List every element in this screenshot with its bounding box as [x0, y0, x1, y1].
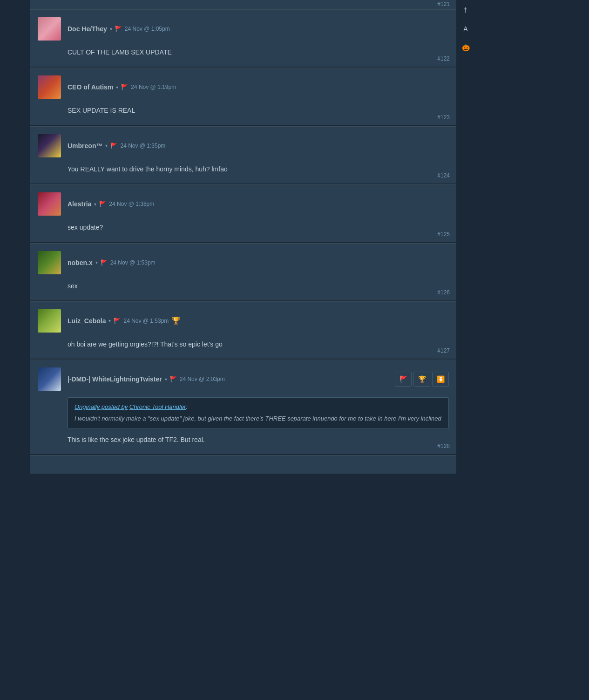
sidebar-btn-3[interactable]: 🎃	[457, 39, 474, 56]
post-127: Luiz_Cebola ▾ 🚩 24 Nov @ 1:53pm 🏆 oh boi…	[30, 301, 456, 359]
timestamp-ceo: 24 Nov @ 1:19pm	[131, 84, 176, 90]
flag-button[interactable]: 🚩	[395, 372, 412, 387]
post-header-128: |-DMD-| WhiteLightningTwister ▾ 🚩 24 Nov…	[38, 367, 449, 391]
report-icon-doc[interactable]: 🚩	[115, 26, 122, 32]
username-noben[interactable]: noben.x	[68, 259, 93, 266]
post-number-127: #127	[437, 347, 450, 354]
post-content-125: sex update?	[38, 222, 449, 232]
quote-author: Originally posted by Chronic Tool Handle…	[74, 402, 442, 412]
post-128: |-DMD-| WhiteLightningTwister ▾ 🚩 24 Nov…	[30, 360, 456, 454]
emoji-badge-luiz: 🏆	[171, 316, 181, 325]
post-number-124: #124	[437, 172, 450, 179]
dropdown-icon-noben[interactable]: ▾	[95, 260, 98, 265]
username-dmd[interactable]: |-DMD-| WhiteLightningTwister	[68, 375, 162, 383]
post-header-126: noben.x ▾ 🚩 24 Nov @ 1:53pm	[38, 251, 449, 274]
avatar-dmd[interactable]	[38, 367, 61, 391]
timestamp-dmd: 24 Nov @ 2:03pm	[180, 376, 225, 382]
post-main-text: This is like the sex joke update of TF2.…	[68, 435, 449, 445]
report-icon-ceo[interactable]: 🚩	[121, 84, 128, 90]
post-header-122: Doc He/They ▾ 🚩 24 Nov @ 1:05pm	[38, 17, 449, 41]
report-icon-dmd[interactable]: 🚩	[170, 376, 177, 382]
username-alestria[interactable]: Alestria	[68, 200, 91, 208]
quote-button[interactable]: ⏬	[432, 372, 449, 387]
post-content-123: SEX UPDATE IS REAL	[38, 105, 449, 116]
dropdown-icon-dmd[interactable]: ▾	[165, 377, 167, 382]
partial-post	[30, 455, 456, 474]
username-doc[interactable]: Doc He/They	[68, 25, 107, 33]
timestamp-doc: 24 Nov @ 1:05pm	[125, 26, 170, 32]
report-icon-umbreon[interactable]: 🚩	[110, 143, 117, 149]
timestamp-alestria: 24 Nov @ 1:38pm	[109, 201, 154, 207]
dropdown-icon-ceo[interactable]: ▾	[116, 85, 118, 90]
avatar-alestria[interactable]	[38, 192, 61, 216]
post-content-122: CULT OF THE LAMB SEX UPDATE	[38, 47, 449, 57]
username-row-126: noben.x ▾ 🚩 24 Nov @ 1:53pm	[68, 259, 156, 266]
username-umbreon[interactable]: Umbreon™	[68, 142, 102, 150]
post-content-128: Originally posted by Chronic Tool Handle…	[38, 397, 449, 445]
post-header-124: Umbreon™ ▾ 🚩 24 Nov @ 1:35pm	[38, 134, 449, 157]
username-row-122: Doc He/They ▾ 🚩 24 Nov @ 1:05pm	[68, 25, 170, 33]
post-header-125: Alestria ▾ 🚩 24 Nov @ 1:38pm	[38, 192, 449, 216]
username-row-127: Luiz_Cebola ▾ 🚩 24 Nov @ 1:53pm 🏆	[68, 316, 181, 325]
username-ceo[interactable]: CEO of Autism	[68, 83, 113, 91]
post-content-126: sex	[38, 281, 449, 291]
timestamp-luiz: 24 Nov @ 1:53pm	[123, 318, 169, 324]
post-124: Umbreon™ ▾ 🚩 24 Nov @ 1:35pm You REALLY …	[30, 126, 456, 183]
report-icon-alestria[interactable]: 🚩	[99, 201, 106, 207]
avatar-ceo[interactable]	[38, 75, 61, 99]
timestamp-umbreon: 24 Nov @ 1:35pm	[120, 143, 165, 149]
dropdown-icon-alestria[interactable]: ▾	[94, 202, 96, 207]
post-122: Doc He/They ▾ 🚩 24 Nov @ 1:05pm CULT OF …	[30, 9, 456, 67]
avatar-noben[interactable]	[38, 251, 61, 274]
avatar-umbreon[interactable]	[38, 134, 61, 157]
quote-author-link[interactable]: Chronic Tool Handler	[129, 403, 186, 410]
right-sidebar: † A 🎃	[456, 0, 475, 700]
post-number-123: #123	[437, 114, 450, 121]
username-luiz[interactable]: Luiz_Cebola	[68, 317, 106, 325]
quote-text: I wouldn't normally make a "sex update" …	[74, 414, 442, 424]
post-header-123: CEO of Autism ▾ 🚩 24 Nov @ 1:19pm	[38, 75, 449, 99]
report-icon-luiz[interactable]: 🚩	[114, 318, 121, 324]
post-header-127: Luiz_Cebola ▾ 🚩 24 Nov @ 1:53pm 🏆	[38, 309, 449, 333]
dropdown-icon-umbreon[interactable]: ▾	[105, 143, 108, 148]
action-buttons-dmd: 🚩 🏆 ⏬	[395, 372, 449, 387]
main-content: #121 Doc He/They ▾ 🚩 24 Nov @ 1:05pm CUL…	[0, 0, 456, 700]
award-button[interactable]: 🏆	[413, 372, 430, 387]
quote-box: Originally posted by Chronic Tool Handle…	[68, 397, 449, 429]
timestamp-noben: 24 Nov @ 1:53pm	[110, 259, 156, 266]
post-number-122: #122	[437, 55, 450, 62]
username-row-125: Alestria ▾ 🚩 24 Nov @ 1:38pm	[68, 200, 154, 208]
post-number-128: #128	[437, 443, 450, 449]
username-row-124: Umbreon™ ▾ 🚩 24 Nov @ 1:35pm	[68, 142, 165, 150]
post-content-124: You REALLY want to drive the horny minds…	[38, 164, 449, 174]
username-row-128: |-DMD-| WhiteLightningTwister ▾ 🚩 24 Nov…	[68, 375, 225, 383]
post-123: CEO of Autism ▾ 🚩 24 Nov @ 1:19pm SEX UP…	[30, 68, 456, 125]
avatar-doc[interactable]	[38, 17, 61, 41]
username-row-123: CEO of Autism ▾ 🚩 24 Nov @ 1:19pm	[68, 83, 176, 91]
dropdown-icon-luiz[interactable]: ▾	[108, 318, 111, 323]
avatar-luiz[interactable]	[38, 309, 61, 333]
post-content-127: oh boi are we getting orgies?!?! That's …	[38, 339, 449, 349]
top-post-number: #121	[30, 0, 456, 9]
post-number-126: #126	[437, 289, 450, 296]
sidebar-btn-1[interactable]: †	[457, 2, 474, 19]
dropdown-icon-doc[interactable]: ▾	[110, 27, 112, 32]
post-126: noben.x ▾ 🚩 24 Nov @ 1:53pm sex #126	[30, 243, 456, 300]
report-icon-noben[interactable]: 🚩	[101, 259, 108, 266]
post-125: Alestria ▾ 🚩 24 Nov @ 1:38pm sex update?…	[30, 184, 456, 242]
post-number-125: #125	[437, 231, 450, 238]
sidebar-btn-2[interactable]: A	[457, 20, 474, 37]
